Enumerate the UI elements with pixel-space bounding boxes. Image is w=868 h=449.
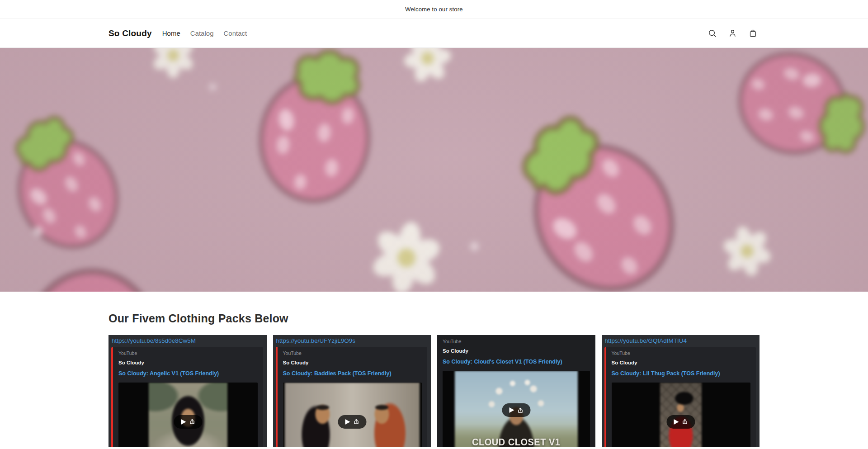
- video-cards-grid: https://youtu.be/8s5d0e8Cw5M YouTube So …: [108, 335, 760, 447]
- open-in-new-icon[interactable]: [682, 419, 688, 425]
- embed-title[interactable]: So Cloudy: Lil Thug Pack (TOS Friendly): [612, 370, 751, 377]
- open-in-new-icon[interactable]: [517, 407, 523, 413]
- thumbnail-caption: CLOUD CLOSET V1: [443, 436, 590, 447]
- embed-channel[interactable]: So Cloudy: [283, 360, 422, 365]
- discord-embed: YouTube So Cloudy So Cloudy: Baddies Pac…: [276, 347, 428, 447]
- cart-icon[interactable]: [748, 28, 758, 38]
- section-heading: Our Fivem Clothing Packs Below: [108, 312, 760, 326]
- video-player[interactable]: [283, 383, 422, 447]
- announcement-bar: Welcome to our store: [0, 0, 868, 19]
- video-player[interactable]: CLOUD CLOSET V1: [443, 371, 590, 447]
- nav-catalog[interactable]: Catalog: [190, 29, 214, 37]
- discord-embed: YouTube So Cloudy So Cloudy: Cloud's Clo…: [443, 338, 590, 447]
- discord-embed: YouTube So Cloudy So Cloudy: Angelic V1 …: [111, 347, 263, 447]
- video-player[interactable]: [118, 383, 258, 447]
- account-icon[interactable]: [727, 28, 737, 38]
- announcement-text: Welcome to our store: [405, 6, 462, 13]
- search-icon[interactable]: [707, 28, 717, 38]
- hero-banner: [0, 48, 868, 292]
- site-header: So Cloudy Home Catalog Contact: [0, 19, 868, 48]
- strawberry-pattern-image: [0, 48, 868, 292]
- embed-channel[interactable]: So Cloudy: [612, 360, 751, 365]
- play-overlay[interactable]: [174, 415, 202, 429]
- youtube-link[interactable]: https://youtu.be/GQfAdIMTIU4: [605, 337, 756, 345]
- play-overlay[interactable]: [502, 403, 530, 417]
- embed-title[interactable]: So Cloudy: Angelic V1 (TOS Friendly): [118, 370, 258, 377]
- video-player[interactable]: [612, 383, 751, 447]
- main-nav: Home Catalog Contact: [162, 29, 247, 37]
- main-content: Our Fivem Clothing Packs Below https://y…: [0, 312, 868, 447]
- play-overlay[interactable]: [338, 415, 367, 429]
- nav-contact[interactable]: Contact: [223, 29, 247, 37]
- embed-provider: YouTube: [612, 350, 751, 356]
- embed-title[interactable]: So Cloudy: Baddies Pack (TOS Friendly): [283, 370, 422, 377]
- store-logo[interactable]: So Cloudy: [108, 28, 152, 38]
- nav-home[interactable]: Home: [162, 29, 180, 37]
- play-icon[interactable]: [509, 407, 514, 413]
- youtube-link[interactable]: https://youtu.be/8s5d0e8Cw5M: [112, 337, 263, 345]
- embed-provider: YouTube: [118, 350, 258, 356]
- play-icon[interactable]: [674, 419, 679, 425]
- embed-provider: YouTube: [283, 350, 422, 356]
- embed-title[interactable]: So Cloudy: Cloud's Closet V1 (TOS Friend…: [443, 359, 590, 365]
- embed-channel[interactable]: So Cloudy: [443, 348, 590, 354]
- play-icon[interactable]: [345, 419, 350, 425]
- video-card-baddies[interactable]: https://youtu.be/UFYzjiL9O9s YouTube So …: [273, 335, 431, 447]
- header-icons: [707, 28, 758, 38]
- open-in-new-icon[interactable]: [189, 419, 195, 425]
- video-card-angelic[interactable]: https://youtu.be/8s5d0e8Cw5M YouTube So …: [108, 335, 267, 447]
- discord-embed: YouTube So Cloudy So Cloudy: Lil Thug Pa…: [604, 347, 756, 447]
- play-overlay[interactable]: [667, 415, 695, 429]
- video-card-lil-thug[interactable]: https://youtu.be/GQfAdIMTIU4 YouTube So …: [602, 335, 760, 447]
- open-in-new-icon[interactable]: [354, 419, 359, 425]
- embed-channel[interactable]: So Cloudy: [118, 360, 258, 365]
- embed-provider: YouTube: [443, 339, 590, 344]
- youtube-link[interactable]: https://youtu.be/UFYzjiL9O9s: [276, 337, 428, 345]
- video-card-clouds-closet[interactable]: YouTube So Cloudy So Cloudy: Cloud's Clo…: [437, 335, 595, 447]
- play-icon[interactable]: [181, 419, 186, 425]
